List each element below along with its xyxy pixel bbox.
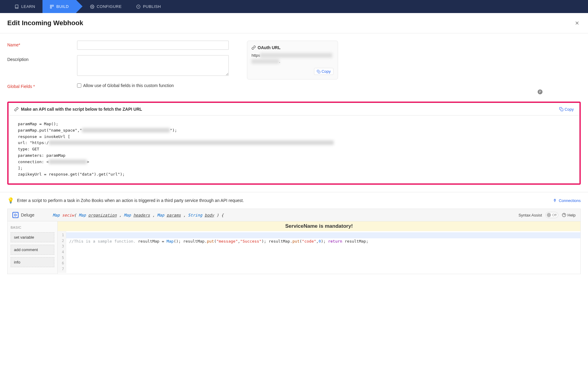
nav-item-build[interactable]: BUILD (42, 0, 76, 13)
bulb-icon: 💡 (7, 197, 14, 204)
name-input[interactable] (77, 41, 229, 50)
page-header: Edit Incoming Webhook (0, 13, 588, 33)
nav-item-configure[interactable]: CONFIGURE (76, 0, 129, 13)
top-nav: LEARN BUILD CONFIGURE PUBLISH (0, 0, 588, 13)
svg-rect-1 (52, 5, 53, 6)
close-icon (574, 20, 580, 26)
oauth-title: OAuth URL (252, 45, 333, 50)
editor-language: D Deluge (12, 212, 34, 218)
nav-item-publish[interactable]: PUBLISH (129, 0, 168, 13)
check-circle-icon (136, 5, 140, 9)
svg-rect-0 (50, 5, 52, 6)
nav-label: BUILD (56, 4, 69, 9)
p-badge: P (538, 89, 542, 94)
deluge-icon: D (12, 212, 19, 218)
sidebar-item-set-variable[interactable]: set variable (11, 232, 54, 242)
oauth-copy-button[interactable]: Copy (314, 68, 333, 75)
link-icon (252, 45, 256, 50)
nav-label: PUBLISH (143, 4, 161, 9)
hint-text: Enter a script to perform a task in Zoho… (17, 198, 244, 203)
api-script-body[interactable]: paramMap = Map(); paramMap.put("name_spa… (9, 116, 579, 183)
book-icon (15, 5, 19, 9)
name-label: Name* (7, 41, 77, 50)
gear-icon (90, 5, 94, 9)
connections-link[interactable]: Connections (553, 198, 581, 203)
sidebar-item-info[interactable]: info (11, 257, 54, 267)
api-copy-button[interactable]: Copy (559, 107, 574, 112)
description-label: Description (7, 55, 77, 77)
sidebar-item-add-comment[interactable]: add comment (11, 245, 54, 255)
close-button[interactable] (573, 19, 581, 27)
nav-label: LEARN (21, 4, 35, 9)
nav-label: CONFIGURE (97, 4, 122, 9)
plug-icon (553, 198, 558, 203)
editor-warning: ServiceName is mandatory! (58, 221, 580, 231)
nav-item-learn[interactable]: LEARN (7, 0, 42, 13)
copy-icon (317, 70, 320, 73)
api-call-section: Make an API call with the script below t… (7, 102, 581, 185)
svg-rect-2 (50, 7, 52, 8)
page-title: Edit Incoming Webhook (7, 19, 83, 27)
help-link[interactable]: Help (562, 213, 576, 217)
global-fields-checkbox-label: Allow use of Global fields in this custo… (83, 83, 174, 88)
sidebar-heading: BASIC (11, 226, 54, 229)
copy-icon (559, 107, 563, 111)
api-box-title: Make an API call with the script below t… (14, 107, 142, 112)
svg-rect-7 (318, 71, 320, 73)
global-fields-label: Global Fields * (7, 82, 77, 89)
global-fields-checkbox[interactable] (77, 83, 81, 88)
editor-sidebar: BASIC set variable add comment info (8, 221, 58, 274)
help-icon (562, 213, 566, 217)
hint-bar: 💡 Enter a script to perform a task in Zo… (0, 192, 588, 209)
link-icon (14, 107, 19, 111)
svg-point-3 (92, 6, 93, 7)
script-editor: D Deluge Map seciw( Map organization , M… (7, 209, 581, 274)
blocks-icon (50, 5, 54, 9)
oauth-url-value: httpsxxxxxxxxxxxxxxxxxxxxxxxxxxxxxxxxxx … (252, 52, 333, 64)
form-area: Name* Description Global Fields * Allow … (0, 33, 588, 102)
svg-rect-8 (561, 109, 563, 111)
line-gutter: 1234567 (58, 231, 66, 273)
function-signature: Map seciw( Map organization , Map header… (34, 213, 519, 217)
code-editor[interactable]: //This is a sample function. resultMap =… (66, 231, 580, 273)
syntax-assist-label: Syntax Assist (519, 213, 542, 217)
oauth-url-box: OAuth URL httpsxxxxxxxxxxxxxxxxxxxxxxxxx… (247, 41, 338, 79)
description-textarea[interactable] (77, 55, 229, 76)
syntax-assist-toggle[interactable]: Off (546, 212, 558, 218)
